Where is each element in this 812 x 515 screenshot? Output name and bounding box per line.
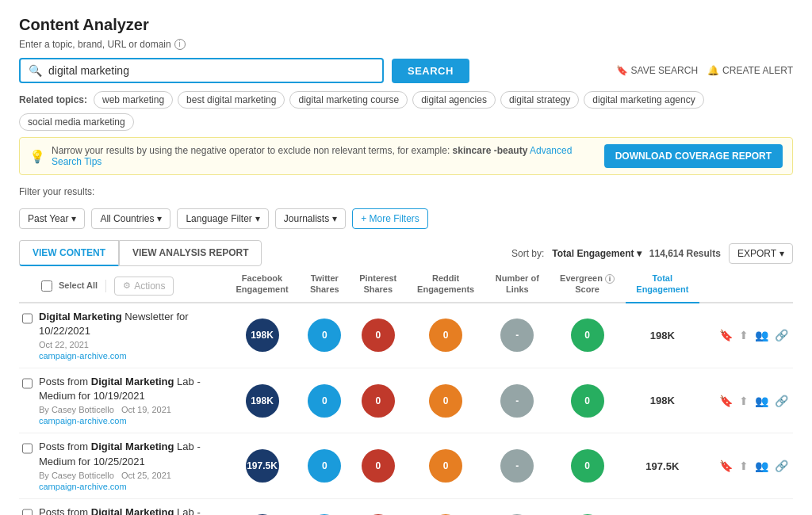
row-facebook: 197.4K [225,498,299,515]
create-alert-button[interactable]: 🔔 CREATE ALERT [707,65,793,76]
topic-chip[interactable]: web marketing [94,91,173,109]
row-checkbox[interactable] [22,378,33,389]
row-title: Digital Marketing Newsletter for 10/22/2… [39,310,220,338]
sort-export-row: Sort by: Total Engagement ▾ 114,614 Resu… [511,243,793,264]
bookmark-icon[interactable]: 🔖 [719,395,733,407]
col-header-twitter: TwitterShares [299,266,350,303]
journalists-filter[interactable]: Journalists ▾ [275,208,346,229]
actions-button[interactable]: ⚙ Actions [114,277,174,296]
past-year-filter[interactable]: Past Year ▾ [19,208,85,229]
row-title: Posts from Digital Marketing Lab - Mediu… [39,440,220,468]
link-icon[interactable]: 🔗 [775,329,788,341]
share-icon[interactable]: ⬆ [739,395,749,407]
actions-icon: ⚙ [123,280,131,291]
all-countries-filter[interactable]: All Countries ▾ [91,208,170,229]
top-actions: 🔖 SAVE SEARCH 🔔 CREATE ALERT [616,65,793,76]
filter-section: Filter your results: [19,186,793,197]
related-topics-label: Related topics: [19,94,87,105]
table-row: Posts from Digital Marketing Lab - Mediu… [19,368,793,433]
row-title: Posts from Digital Marketing Lab - Mediu… [39,375,220,403]
row-pinterest: 0 [350,368,406,433]
row-reddit: 0 [406,433,485,498]
row-checkbox[interactable] [22,443,33,454]
row-pinterest: 0 [350,433,406,498]
bookmark-icon[interactable]: 🔖 [719,329,733,341]
row-links: - [485,303,549,368]
save-search-button[interactable]: 🔖 SAVE SEARCH [616,65,698,76]
link-icon[interactable]: 🔗 [775,395,788,407]
tab-view-analysis-report[interactable]: VIEW ANALYSIS REPORT [119,240,262,266]
row-evergreen: 0 [549,368,625,433]
row-total: 197.5K [626,433,699,498]
related-topics: Related topics: web marketing best digit… [19,91,793,131]
col-header-links: Number ofLinks [485,266,549,303]
topic-chip[interactable]: digital marketing course [289,91,408,109]
row-facebook: 197.5K [225,433,299,498]
row-pinterest: 0 [350,498,406,515]
row-links: - [485,368,549,433]
search-input[interactable] [48,64,374,77]
people-icon[interactable]: 👥 [755,460,768,472]
tab-view-content[interactable]: VIEW CONTENT [19,240,119,266]
row-evergreen: 0 [549,433,625,498]
search-icon: 🔍 [29,64,42,77]
search-box: 🔍 [19,58,384,83]
chevron-down-icon: ▾ [255,213,260,224]
row-twitter: 0 [299,303,350,368]
table-row: Posts from Digital Marketing Lab - Mediu… [19,433,793,498]
row-actions-cell: 🔖 ⬆ 👥 🔗 [699,368,793,433]
subtitle-text: Enter a topic, brand, URL or domain [19,39,171,50]
col-header-facebook: FacebookEngagement [225,266,299,303]
row-domain-link[interactable]: campaign-archive.com [39,416,127,425]
search-button[interactable]: SEARCH [392,59,469,83]
row-title-cell: Posts from Digital Marketing Lab - Mediu… [19,368,225,433]
row-title: Posts from Digital Marketing Lab - Mediu… [39,505,220,515]
link-icon[interactable]: 🔗 [775,460,788,472]
language-filter[interactable]: Language Filter ▾ [177,208,268,229]
info-icon: i [174,39,186,50]
row-actions-cell: 🔖 ⬆ 👥 🔗 [699,433,793,498]
topic-chip[interactable]: digital agencies [412,91,496,109]
row-actions-cell: 🔖 ⬆ 👥 🔗 [699,303,793,368]
row-title-cell: Posts from Digital Marketing Lab - Mediu… [19,498,225,515]
more-filters-button[interactable]: + More Filters [352,208,428,229]
row-checkbox[interactable] [22,509,33,515]
row-checkbox[interactable] [22,313,33,324]
share-icon[interactable]: ⬆ [739,460,749,472]
chevron-down-icon: ▾ [779,248,784,259]
filter-label: Filter your results: [19,186,94,197]
topic-chip[interactable]: digital marketing agency [584,91,703,109]
bookmark-icon[interactable]: 🔖 [719,460,733,472]
share-icon[interactable]: ⬆ [739,329,749,341]
col-header-evergreen: Evergreen iScore [549,266,625,303]
chevron-down-icon: ▾ [332,213,337,224]
topic-chip[interactable]: digital strategy [500,91,579,109]
row-total: 197.4K [626,498,699,515]
select-all-checkbox[interactable] [41,280,52,292]
row-pinterest: 0 [350,303,406,368]
sort-label: Sort by: [511,248,544,259]
people-icon[interactable]: 👥 [755,329,768,341]
row-links: - [485,433,549,498]
row-actions-cell: 🔖 ⬆ 👥 🔗 [699,498,793,515]
row-evergreen: 0 [549,303,625,368]
row-facebook: 198K [225,303,299,368]
row-total: 198K [626,368,699,433]
people-icon[interactable]: 👥 [755,395,768,407]
table-row: Digital Marketing Newsletter for 10/22/2… [19,303,793,368]
tip-row: 💡 Narrow your results by using the negat… [19,137,793,175]
export-button[interactable]: EXPORT ▾ [729,243,793,264]
topic-chip[interactable]: best digital marketing [178,91,285,109]
row-reddit: 0 [406,303,485,368]
topic-chip[interactable]: social media marketing [19,113,134,131]
row-twitter: 0 [299,498,350,515]
download-coverage-report-button[interactable]: DOWNLOAD COVERAGE REPORT [604,144,783,168]
sort-select[interactable]: Total Engagement ▾ [552,248,641,259]
chevron-down-icon: ▾ [637,248,642,259]
row-domain-link[interactable]: campaign-archive.com [39,482,127,491]
row-domain-link[interactable]: campaign-archive.com [39,351,127,360]
row-twitter: 0 [299,368,350,433]
tip-text: Narrow your results by using the negativ… [52,145,604,167]
alert-icon: 🔔 [707,65,719,76]
row-links: - [485,498,549,515]
